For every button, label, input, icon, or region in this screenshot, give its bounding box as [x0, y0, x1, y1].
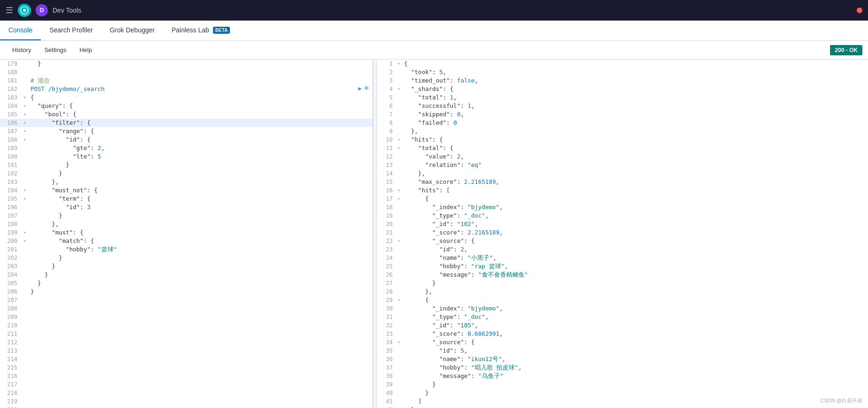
resp-line-content: "id": 5,	[402, 347, 868, 355]
line-number: 206	[0, 287, 21, 296]
editor-line: 215	[0, 363, 373, 372]
resp-fold-gutter[interactable]: ▾	[396, 186, 402, 195]
editor-line: 185 ▾ "bool": {	[0, 110, 373, 119]
fold-gutter[interactable]: ▾	[21, 228, 29, 237]
resp-line-number: 31	[377, 313, 396, 321]
resp-line-content: "id": 2,	[402, 245, 868, 254]
response-line: 7 "skipped": 0,	[377, 110, 868, 119]
fold-gutter[interactable]: ▾	[21, 237, 29, 245]
response-line: 30 "_index": "bjydemo",	[377, 304, 868, 313]
resp-line-number: 33	[377, 330, 396, 338]
line-content: "must": {	[29, 228, 373, 237]
line-number: 208	[0, 304, 21, 313]
line-number: 197	[0, 212, 21, 220]
resp-line-number: 29	[377, 296, 396, 304]
response-line: 32 "_id": "105",	[377, 321, 868, 330]
tab-painless-lab[interactable]: Painless Lab BETA	[163, 21, 239, 40]
fold-gutter[interactable]: ▾	[21, 110, 29, 119]
line-number: 205	[0, 279, 21, 287]
resp-line-content: "message": "食不食香精鲫鱼"	[402, 271, 868, 279]
resp-fold-gutter[interactable]: ▾	[396, 60, 402, 68]
resp-fold-gutter[interactable]: ▾	[396, 85, 402, 93]
copy-icon[interactable]: 👁	[364, 85, 370, 92]
line-number: 218	[0, 389, 21, 397]
response-line: 26 "message": "食不食香精鲫鱼"	[377, 271, 868, 279]
code-editor[interactable]: 179 } 180 181 # 混合 182 POST /bjydemo/_se…	[0, 60, 373, 408]
line-content: }	[29, 279, 373, 287]
editor-line: 208	[0, 304, 373, 313]
line-content: "hobby": "篮球"	[29, 245, 373, 254]
line-number: 198	[0, 220, 21, 228]
response-line: 15 "max_score": 2.2165189,	[377, 178, 868, 186]
response-line: 16 ▾ "hits": [	[377, 186, 868, 195]
resp-line-content: },	[402, 287, 868, 296]
resp-fold-gutter[interactable]: ▾	[396, 296, 402, 304]
resp-line-number: 13	[377, 161, 396, 169]
resp-line-content: "_shards": {	[402, 85, 868, 93]
line-number: 203	[0, 262, 21, 271]
fold-gutter[interactable]: ▾	[21, 93, 29, 102]
resp-line-number: 39	[377, 380, 396, 389]
nav-help[interactable]: Help	[73, 41, 99, 60]
resp-line-number: 6	[377, 102, 396, 110]
resp-line-number: 27	[377, 279, 396, 287]
response-panel: 1 ▾ { 2 "took": 5, 3 "timed_out": false,…	[377, 60, 868, 408]
nav-settings[interactable]: Settings	[38, 41, 73, 60]
editor-line: 194 ▾ "must_not": {	[0, 186, 373, 195]
hamburger-icon[interactable]: ☰	[6, 5, 13, 15]
resp-line-number: 1	[377, 60, 396, 68]
response-line: 12 "value": 2,	[377, 152, 868, 161]
fold-gutter[interactable]: ▾	[21, 102, 29, 110]
fold-gutter[interactable]: ▾	[21, 136, 29, 144]
resp-line-content: ]	[402, 397, 868, 406]
response-line: 37 "hobby": "唱儿歌 拍皮球",	[377, 363, 868, 372]
resp-fold-gutter[interactable]: ▾	[396, 136, 402, 144]
resp-line-content: "hits": [	[402, 186, 868, 195]
fold-gutter[interactable]: ▾	[21, 195, 29, 203]
nav-history[interactable]: History	[6, 41, 38, 60]
line-content: }	[29, 60, 373, 68]
tab-console[interactable]: Console	[0, 21, 41, 40]
resp-line-number: 36	[377, 355, 396, 363]
editor-line: 197 }	[0, 212, 373, 220]
line-number: 204	[0, 271, 21, 279]
resp-line-number: 23	[377, 245, 396, 254]
response-line: 13 "relation": "eq"	[377, 161, 868, 169]
editor-line: 201 "hobby": "篮球"	[0, 245, 373, 254]
resp-line-content: "_source": {	[402, 237, 868, 245]
line-content: "must_not": {	[29, 186, 373, 195]
resp-line-number: 7	[377, 110, 396, 119]
resp-line-number: 25	[377, 262, 396, 271]
fold-gutter[interactable]: ▾	[21, 119, 29, 127]
resp-line-number: 30	[377, 304, 396, 313]
resp-line-number: 16	[377, 186, 396, 195]
resp-line-content: "value": 2,	[402, 152, 868, 161]
editor-line: 191 }	[0, 161, 373, 169]
resp-fold-gutter[interactable]: ▾	[396, 144, 402, 152]
response-line: 25 "hobby": "rap 篮球",	[377, 262, 868, 271]
editor-line: 210	[0, 321, 373, 330]
window-close-btn[interactable]	[857, 8, 862, 13]
tab-search-profiler[interactable]: Search Profiler	[41, 21, 101, 40]
line-content: "id": 3	[29, 203, 373, 212]
line-content: }	[29, 161, 373, 169]
resp-fold-gutter[interactable]: ▾	[396, 338, 402, 347]
resp-fold-gutter[interactable]: ▾	[396, 195, 402, 203]
editor-panel: 179 } 180 181 # 混合 182 POST /bjydemo/_se…	[0, 60, 373, 408]
line-number: 207	[0, 296, 21, 304]
panel-divider[interactable]: ⋮	[373, 60, 377, 408]
line-number: 201	[0, 245, 21, 254]
tab-grok-debugger[interactable]: Grok Debugger	[101, 21, 163, 40]
response-content[interactable]: 1 ▾ { 2 "took": 5, 3 "timed_out": false,…	[377, 60, 868, 408]
resp-line-number: 21	[377, 228, 396, 237]
editor-line: 180	[0, 68, 373, 76]
fold-gutter[interactable]: ▾	[21, 186, 29, 195]
editor-line: 217	[0, 380, 373, 389]
resp-line-content: "_type": "_doc",	[402, 313, 868, 321]
response-line: 3 "timed_out": false,	[377, 76, 868, 85]
fold-gutter[interactable]: ▾	[21, 127, 29, 136]
resp-line-content: "_score": 0.6862991,	[402, 330, 868, 338]
run-icon[interactable]: ▶	[358, 85, 362, 92]
resp-line-content: }	[402, 279, 868, 287]
resp-fold-gutter[interactable]: ▾	[396, 237, 402, 245]
